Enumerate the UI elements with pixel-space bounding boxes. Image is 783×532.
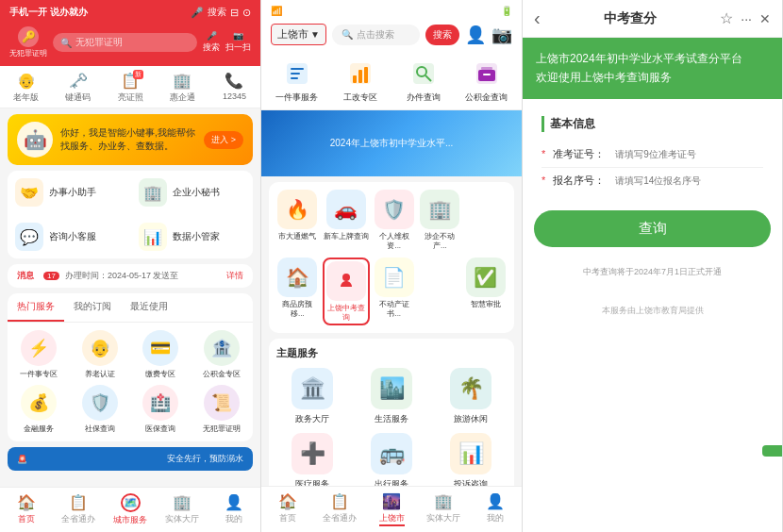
required-star-0: *: [541, 148, 545, 159]
data-label: 数据小管家: [173, 230, 220, 243]
back-button[interactable]: ‹: [534, 8, 541, 29]
complaint-icon: 📊: [450, 433, 491, 474]
p2-bottom-province[interactable]: 📋 全省通办: [313, 490, 365, 528]
hot-tab-services[interactable]: 热门服务: [8, 293, 64, 322]
header-actions: ☆ ··· ✕: [720, 9, 771, 27]
app-gas[interactable]: 🔥 市大通燃气: [276, 190, 319, 250]
search-bar-2[interactable]: 🔍 点击搜索: [332, 25, 420, 45]
p2-bottom-mine[interactable]: 👤 我的: [470, 490, 522, 528]
mine-icon: 👤: [225, 493, 243, 511]
app-empty: [465, 190, 508, 250]
hot-item-3[interactable]: 🏦 公积金专区: [194, 330, 250, 379]
deed-icon: 📄: [375, 258, 414, 297]
fund-label: 公积金查询: [465, 91, 508, 104]
hot-item-1[interactable]: 👴 养老认证: [73, 330, 128, 379]
hot-item-6[interactable]: 🏥 医保查询: [133, 385, 189, 434]
industry-icon: [342, 58, 379, 89]
service-consult[interactable]: 💬 咨询小客服: [8, 215, 130, 258]
avatar: 🤖: [17, 122, 53, 158]
search-button[interactable]: 搜索: [425, 25, 459, 45]
fund-icon: [468, 58, 506, 89]
p2-bottom-city[interactable]: 🌆 上饶市: [365, 490, 417, 528]
nav-fund[interactable]: 公积金查询: [455, 58, 518, 104]
hot-tab-recent[interactable]: 最近使用: [121, 293, 177, 322]
bottom-home[interactable]: 🏠 首页: [0, 491, 52, 528]
nav-enterprise[interactable]: 🏢 惠企通: [157, 66, 208, 108]
theme-gov[interactable]: 🏛️ 政务大厅: [276, 368, 348, 425]
feedback-button[interactable]: 评价: [762, 445, 782, 457]
theme-title: 主题服务: [276, 346, 507, 360]
p2-province-label: 全省通办: [323, 512, 357, 524]
page-title: 中考查分: [548, 10, 713, 27]
life-icon: 🏙️: [371, 368, 412, 409]
theme-complaint[interactable]: 📊 投诉咨询: [435, 433, 507, 490]
mic-btn[interactable]: 🎤 搜索: [203, 31, 220, 54]
nav-one-thing[interactable]: 一件事服务: [265, 58, 328, 104]
hot-item-5[interactable]: 🛡️ 社保查询: [73, 385, 128, 434]
transport-icon: 🚌: [371, 433, 412, 474]
app-enterprise-prop[interactable]: 🏢 涉企不动产...: [419, 190, 461, 250]
banner-main-text: 你好，我是智能小键事,我能帮你找服务、办业务、查数据。: [60, 126, 196, 153]
mic-icon-2: 🎤: [207, 31, 217, 41]
app-dots: [419, 258, 461, 325]
theme-medical[interactable]: ➕ 医疗服务: [276, 433, 348, 490]
nav-keycode[interactable]: 🗝️ 键通码: [52, 66, 104, 108]
query-button[interactable]: 查询: [534, 210, 771, 247]
service-grid: 🤝 办事小助手 🏢 企业小秘书 💬 咨询小客服 📊 数据小管家: [8, 171, 253, 258]
svg-rect-2: [291, 73, 300, 75]
theme-life[interactable]: 🏙️ 生活服务: [356, 368, 427, 425]
app-deed[interactable]: 📄 不动产证书...: [374, 258, 416, 325]
bottom-city[interactable]: 🗺️ 城市服务: [104, 491, 156, 528]
service-assistant[interactable]: 🤝 办事小助手: [8, 171, 130, 214]
travel-label: 旅游休闲: [454, 413, 488, 425]
service-enterprise[interactable]: 🏢 企业小秘书: [131, 171, 254, 214]
app-smart[interactable]: ✅ 智慧审批: [465, 258, 508, 325]
signal-icon: 📶: [271, 6, 282, 16]
life-label: 生活服务: [375, 413, 408, 425]
nav-oldver[interactable]: 👴 老年版: [0, 66, 52, 108]
p2-city-icon: 🌆: [382, 492, 401, 510]
license-label: 亮证照: [118, 91, 143, 104]
consult-label: 咨询小客服: [49, 230, 96, 243]
app-exam[interactable]: 上饶中考查询: [323, 258, 370, 325]
app-logo: 🔑 无犯罪证明: [9, 26, 47, 58]
license-icon: 📋新: [121, 72, 140, 90]
hot-tab-subscribed[interactable]: 我的订阅: [64, 293, 121, 322]
app-car[interactable]: 🚗 新车上牌查询: [323, 190, 370, 250]
theme-transport[interactable]: 🚌 出行服务: [356, 433, 427, 490]
exam-id-input[interactable]: [615, 149, 763, 159]
scan-btn[interactable]: 📷 扫一扫: [225, 31, 251, 54]
bottom-province[interactable]: 📋 全省通办: [52, 491, 104, 528]
province-label: 全省通办: [61, 513, 95, 525]
nav-license[interactable]: 📋新 亮证照: [104, 66, 156, 108]
reg-num-input[interactable]: [615, 175, 763, 186]
nav-12345[interactable]: 📞 12345: [208, 66, 260, 108]
apps-section: 🔥 市大通燃气 🚗 新车上牌查询 🛡️ 个人维权资... 🏢 涉企不动产... …: [269, 182, 514, 333]
star-button[interactable]: ☆: [720, 9, 733, 27]
hot-item-7[interactable]: 📜 无犯罪证明: [194, 385, 250, 434]
close-button[interactable]: ✕: [759, 11, 771, 26]
nav-industry[interactable]: 工改专区: [328, 58, 392, 104]
bottom-mine[interactable]: 👤 我的: [208, 491, 260, 528]
banner-main-text: 上饶市2024年初中学业水平考试查分平台 欢迎使用上饶中考查询服务: [536, 49, 769, 88]
p2-bottom-hall[interactable]: 🏢 实体大厅: [418, 490, 470, 528]
hot-tabs: 热门服务 我的订阅 最近使用: [8, 293, 253, 323]
smart-icon: ✅: [466, 258, 506, 297]
message-detail[interactable]: 详情: [226, 270, 243, 282]
city-selector[interactable]: 上饶市 ▼: [271, 24, 326, 45]
service-data[interactable]: 📊 数据小管家: [131, 215, 254, 258]
hot-item-4[interactable]: 💰 金融服务: [11, 385, 67, 434]
p2-province-icon: 📋: [330, 492, 349, 510]
search-bar-1[interactable]: 🔍 无犯罪证明: [53, 33, 197, 52]
nav-query[interactable]: 办件查询: [392, 58, 455, 104]
theme-travel[interactable]: 🌴 旅游休闲: [435, 368, 507, 425]
hot-item-2[interactable]: 💳 缴费专区: [133, 330, 189, 379]
hot-item-0[interactable]: ⚡ 一件事专区: [11, 330, 67, 379]
p2-bottom-home[interactable]: 🏠 首页: [261, 490, 313, 528]
search-placeholder: 无犯罪证明: [75, 36, 123, 49]
more-button[interactable]: ···: [741, 11, 752, 26]
app-housing[interactable]: 🏠 商品房预移...: [276, 258, 319, 325]
app-rights[interactable]: 🛡️ 个人维权资...: [374, 190, 416, 250]
enter-button[interactable]: 进入 >: [204, 131, 243, 149]
bottom-hall[interactable]: 🏢 实体大厅: [157, 491, 208, 528]
